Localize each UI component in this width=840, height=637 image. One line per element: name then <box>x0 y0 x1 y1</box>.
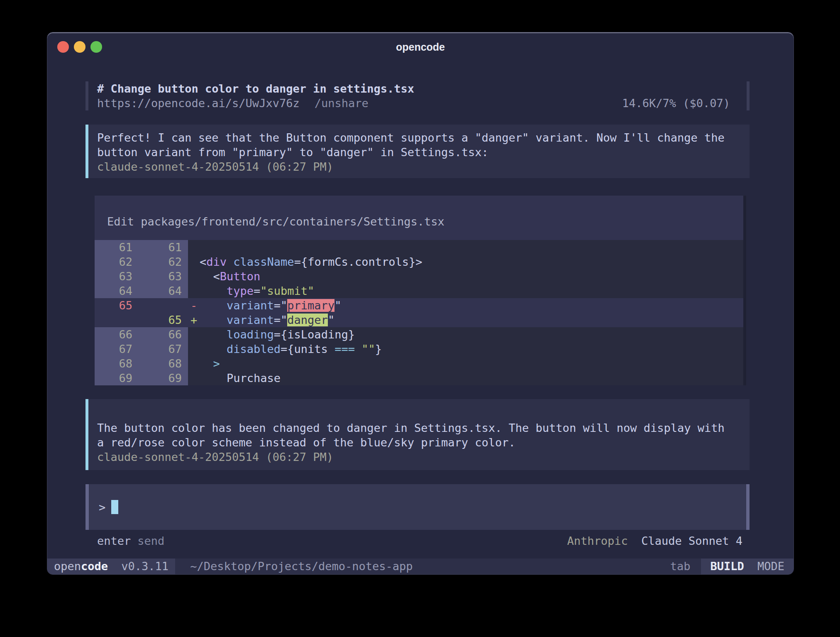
diff-row: 6666 loading={isLoading} <box>95 327 743 342</box>
opencode-window: opencode # Change button color to danger… <box>47 32 794 575</box>
model-indicator: Anthropic Claude Sonnet 4 <box>567 534 742 548</box>
diff-row: 6767 disabled={units === ""} <box>95 342 743 356</box>
assistant-message: The button color has been changed to dan… <box>85 399 750 470</box>
app-name-open: open <box>54 560 81 573</box>
text-cursor <box>111 500 118 514</box>
unshare-command[interactable]: /unshare <box>315 96 369 110</box>
diff-row: 6464 type="submit" <box>95 284 743 298</box>
session-title: # Change button color to danger in setti… <box>97 81 747 96</box>
mode-toggle[interactable]: BUILD MODE <box>701 559 794 574</box>
input-footer: enter send Anthropic Claude Sonnet 4 <box>85 534 750 548</box>
diff-row: 6363 <Button <box>95 269 743 284</box>
session-header: # Change button color to danger in setti… <box>85 81 750 110</box>
diff-row: 6868 > <box>95 356 743 371</box>
message-text: Perfect! I can see that the Button compo… <box>97 130 741 159</box>
app-name-code: code <box>81 560 108 573</box>
enter-hint-action: send <box>137 534 164 548</box>
header-right-bar <box>747 81 750 110</box>
message-text: The button color has been changed to dan… <box>97 421 741 450</box>
message-model-info: claude-sonnet-4-20250514 (06:27 PM) <box>97 159 741 174</box>
prompt-caret: > <box>99 501 105 514</box>
mode-word-label: MODE <box>757 560 784 573</box>
status-bar: opencode v0.3.11 ~/Desktop/Projects/demo… <box>47 559 794 574</box>
window-title: opencode <box>47 41 794 53</box>
mode-build-label: BUILD <box>710 560 744 573</box>
working-directory: ~/Desktop/Projects/demo-notes-app <box>190 559 413 574</box>
diff-row: 65- variant="primary" <box>95 298 743 313</box>
assistant-message: Perfect! I can see that the Button compo… <box>85 125 750 178</box>
edit-tool-card: Edit packages/frontend/src/containers/Se… <box>95 196 746 385</box>
share-url-link[interactable]: https://opencode.ai/s/UwJxv76z <box>97 96 300 110</box>
token-usage-stats: 14.6K/7% ($0.07) <box>622 96 730 110</box>
provider-name: Anthropic <box>567 534 628 547</box>
header-left-bar <box>85 81 88 110</box>
main-content: # Change button color to danger in setti… <box>47 81 794 548</box>
app-version-segment: opencode v0.3.11 <box>47 559 175 574</box>
prompt-input[interactable]: > <box>85 484 750 530</box>
session-meta: https://opencode.ai/s/UwJxv76z /unshare … <box>97 96 747 110</box>
model-name: Claude Sonnet 4 <box>641 534 742 547</box>
diff-row: 6262<div className={formCs.controls}> <box>95 255 743 269</box>
message-model-info: claude-sonnet-4-20250514 (06:27 PM) <box>97 450 741 464</box>
tab-key-hint: tab <box>670 559 701 574</box>
diff-body: 61616262<div className={formCs.controls}… <box>95 240 743 385</box>
diff-row: 65+ variant="danger" <box>95 313 743 327</box>
app-version: v0.3.11 <box>121 560 168 573</box>
edit-tool-header: Edit packages/frontend/src/containers/Se… <box>95 196 743 240</box>
diff-row: 6161 <box>95 240 743 255</box>
titlebar: opencode <box>47 32 794 61</box>
enter-hint-key: enter <box>97 534 131 548</box>
diff-row: 6969 Purchase <box>95 371 743 385</box>
